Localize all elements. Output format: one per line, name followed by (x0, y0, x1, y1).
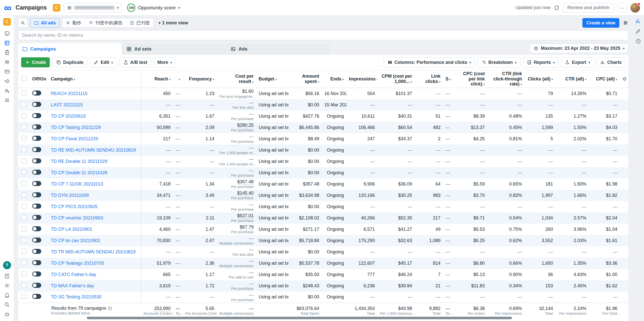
campaign-toggle[interactable] (32, 260, 41, 265)
duplicate-button[interactable]: Duplicate (52, 57, 87, 67)
cost-per-result-value[interactable]: $67.79 (240, 224, 254, 230)
column-header-spent[interactable]: Amount spent▾ (288, 70, 322, 88)
nav-advertising[interactable] (2, 76, 12, 86)
create-button[interactable]: Create (21, 57, 50, 67)
review-and-publish-button[interactable]: Review and publish (563, 3, 614, 13)
column-header-s[interactable]: S▾ (443, 70, 453, 88)
view-settings-button[interactable] (623, 20, 628, 26)
row-checkbox[interactable] (21, 113, 26, 118)
history-button[interactable] (635, 38, 641, 44)
nav-billing[interactable] (2, 67, 12, 76)
row-checkbox[interactable] (21, 102, 26, 107)
campaign-link[interactable]: TD MAX Father's day (51, 283, 94, 288)
campaign-toggle[interactable] (32, 226, 41, 231)
column-header-impressions[interactable]: Impressions▾ (346, 70, 377, 88)
row-checkbox[interactable] (21, 136, 26, 141)
campaign-link[interactable]: TD CP Double-11 20211028 (51, 170, 107, 175)
column-header-name[interactable]: Campaign▾ (48, 70, 141, 88)
column-header-ends[interactable]: Ends▾ (322, 70, 346, 88)
nav-all-tools[interactable] (2, 96, 12, 105)
view-chip-all-ads[interactable]: All ads (30, 18, 60, 28)
more-views-button[interactable]: + 1 more view (156, 20, 190, 26)
ab-test-button[interactable]: A/B test (119, 57, 151, 67)
campaign-toggle[interactable] (32, 204, 41, 209)
edit-button[interactable]: Edit ▾ (90, 57, 117, 67)
row-checkbox[interactable] (21, 170, 26, 175)
row-checkbox[interactable] (21, 215, 26, 220)
campaign-toggle[interactable] (32, 124, 41, 129)
campaign-toggle[interactable] (32, 238, 41, 243)
campaign-link[interactable]: TD SG Testing 20210530 (51, 294, 102, 299)
column-header-v[interactable]: ▾ (173, 70, 183, 88)
reports-button[interactable]: Reports ▾ (523, 57, 559, 67)
footer-reach-value[interactable]: 253,990 (154, 306, 171, 311)
column-settings-icon[interactable]: ⚙ (622, 76, 627, 82)
opportunity-score[interactable]: 100 Opportunity score ▾ (127, 4, 180, 12)
column-header-ctr[interactable]: CTR (link click-through rate)▾ (487, 70, 525, 88)
campaign-link[interactable]: TD RE MID-AUTUMN SEND4U 20210819 (51, 148, 136, 153)
business-badge-rail[interactable]: C (3, 18, 11, 26)
nav-account-settings[interactable] (2, 86, 12, 96)
campaign-link[interactable]: LAST 20221115 (51, 102, 83, 107)
campaign-link[interactable]: TD CP 20220615 (51, 114, 86, 119)
campaign-link[interactable]: TD CP tin can 20210901 (51, 238, 100, 243)
more-button[interactable]: More ▾ (154, 57, 176, 67)
column-header-cpc[interactable]: CPC (cost per link click)▾ (453, 70, 487, 88)
row-checkbox[interactable] (21, 204, 26, 209)
search-nav-button[interactable] (2, 300, 12, 309)
row-checkbox[interactable] (21, 158, 26, 163)
tab-campaigns[interactable]: Campaigns (18, 43, 122, 55)
view-search-button[interactable] (18, 18, 28, 28)
campaign-link[interactable]: TD CP voucher 20210903 (51, 215, 103, 220)
campaign-link[interactable]: TD RE Double-11 20211029 (51, 159, 107, 164)
row-checkbox[interactable] (21, 124, 26, 129)
view-chip-active-ads[interactable]: 刊登中的廣告 (85, 18, 126, 27)
view-chip-actions[interactable]: 動作 (62, 18, 85, 27)
campaign-toggle[interactable] (32, 215, 41, 220)
info-icon[interactable] (108, 306, 112, 311)
campaign-toggle[interactable] (32, 294, 41, 299)
row-checkbox[interactable] (21, 181, 26, 186)
notifications-button[interactable] (2, 290, 12, 300)
cost-per-result-value[interactable]: $527.01 (237, 213, 254, 219)
campaign-toggle[interactable] (32, 283, 41, 288)
tab-ads[interactable]: Ads (226, 43, 330, 55)
view-chip-published[interactable]: 已刊登 (126, 18, 153, 27)
help-button[interactable]: ? (3, 261, 11, 269)
campaign-toggle[interactable] (32, 102, 41, 107)
nav-ads-reporting[interactable] (2, 48, 12, 57)
campaign-link[interactable]: TD CP Floral 20211229 (51, 136, 98, 141)
business-badge[interactable]: C (53, 4, 60, 12)
nav-pages[interactable] (2, 271, 12, 281)
row-checkbox[interactable] (21, 192, 26, 197)
row-checkbox[interactable] (21, 249, 26, 254)
cost-per-result-value[interactable]: $145.40 (237, 191, 254, 196)
column-header-cost[interactable]: Cost per result▾ (217, 70, 256, 88)
campaign-link[interactable]: TD DYN 20211009 (51, 193, 89, 198)
select-all-checkbox[interactable] (21, 76, 26, 81)
campaign-toggle[interactable] (32, 113, 41, 118)
columns-button[interactable]: Columns: Performance and clicks ▾ (384, 57, 475, 67)
row-checkbox[interactable] (21, 238, 26, 243)
meta-logo[interactable]: ∞ (4, 3, 12, 13)
row-checkbox[interactable] (21, 90, 26, 96)
campaign-link[interactable]: REACH 20221115 (51, 91, 87, 96)
account-selector[interactable]: ▾ (64, 3, 122, 13)
campaign-link[interactable]: TD CP 7-11/OK 20211013 (51, 181, 103, 187)
column-header-settings[interactable]: ⚙ (620, 70, 628, 88)
campaign-link[interactable]: TD CP Tasting 20211229 (51, 125, 101, 130)
campaign-link[interactable]: TD CP PICS 20210925 (51, 204, 98, 209)
row-checkbox[interactable] (21, 147, 26, 152)
report-bug-button[interactable] (2, 309, 12, 319)
row-checkbox[interactable] (21, 283, 26, 288)
settings-button[interactable] (2, 281, 12, 290)
nav-audiences[interactable] (2, 57, 12, 67)
search-input[interactable] (18, 30, 628, 40)
campaign-toggle[interactable] (32, 147, 41, 152)
campaign-toggle[interactable] (32, 170, 41, 175)
breakdown-button[interactable]: Breakdown ▾ (477, 57, 520, 67)
column-header-cpc_all[interactable]: CPC (all)▾ (589, 70, 620, 88)
column-header-ctr_all[interactable]: CTR (all)▾ (555, 70, 589, 88)
campaign-link[interactable]: TD CP LA 20210901 (51, 227, 92, 232)
campaign-toggle[interactable] (32, 192, 41, 197)
